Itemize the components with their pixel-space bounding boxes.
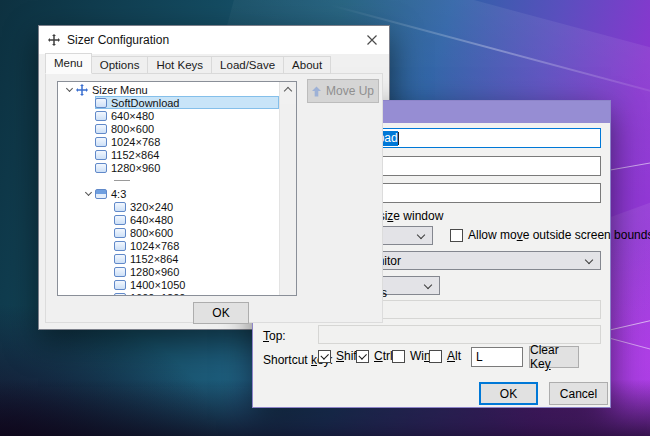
tree-indent [58, 252, 114, 265]
dialog-cancel-button[interactable]: Cancel [549, 382, 608, 405]
tree-item[interactable]: 1152×864 [58, 148, 279, 161]
tree-item-label: Sizer Menu [92, 84, 148, 96]
close-icon[interactable] [364, 32, 380, 48]
allow-move-label: Allow move outside screen bounds [468, 228, 650, 242]
modifier-shift[interactable]: Shift [318, 349, 360, 363]
tree-item-label: 320×240 [130, 201, 173, 213]
tree-item[interactable]: 640×480 [58, 213, 279, 226]
sizer-menu-tree[interactable]: Sizer MenuSoftDownload640×480800×6001024… [57, 81, 297, 296]
win-icon [95, 124, 107, 134]
tree-item[interactable]: 4:3 [58, 187, 279, 200]
tree-item[interactable]: 1024×768 [58, 239, 279, 252]
tree-item[interactable]: 800×600 [58, 226, 279, 239]
checkbox-icon [450, 229, 463, 242]
tab-about[interactable]: About [283, 56, 331, 74]
tab-menu[interactable]: Menu [45, 53, 92, 74]
tree-item[interactable]: Sizer Menu [58, 83, 279, 96]
tree-item-label: 640×480 [130, 214, 173, 226]
tree-indent [58, 291, 114, 296]
expander-icon[interactable] [66, 85, 73, 92]
tree-item-label: 1024×768 [111, 136, 160, 148]
tab-load-save[interactable]: Load/Save [211, 56, 284, 74]
win-icon [95, 98, 107, 108]
modifier-win[interactable]: Win [392, 349, 431, 363]
modifier-ctrl[interactable]: Ctrl [356, 349, 393, 363]
tree-indent [58, 278, 114, 291]
move-up-button[interactable]: Move Up [307, 79, 379, 103]
config-ok-label: OK [212, 306, 229, 320]
shortcut-key-value: L [476, 350, 483, 364]
win-icon [114, 215, 126, 225]
tree-indent [58, 148, 95, 161]
win-icon [95, 111, 107, 121]
move-up-icon [312, 86, 321, 97]
tree-item-label: 1024×768 [130, 240, 179, 252]
tree-item[interactable]: 1152×864 [58, 252, 279, 265]
tree-item[interactable]: 1280×960 [58, 161, 279, 174]
tree-indent [58, 122, 95, 135]
desktop-wallpaper: Sizer Configuration MenuOptionsHot KeysL… [0, 0, 650, 436]
top-input[interactable] [318, 325, 601, 344]
tree-separator [58, 174, 279, 187]
win-icon [114, 228, 126, 238]
allow-move-checkbox[interactable]: Allow move outside screen bounds [450, 228, 650, 242]
win-icon [114, 293, 126, 297]
tree-item-label: 1280×960 [130, 266, 179, 278]
tree-item[interactable]: 1600×1200 [58, 291, 279, 296]
tree-item-label: 800×600 [111, 123, 154, 135]
dialog-ok-button[interactable]: OK [479, 382, 538, 405]
tree-indent [58, 83, 76, 96]
tree-item[interactable]: SoftDownload [58, 96, 279, 109]
tree-item-label: 1600×1200 [130, 292, 185, 297]
clear-key-button[interactable]: Clear Key [529, 346, 579, 368]
tree-indent [58, 265, 114, 278]
tree-item-label: 640×480 [111, 110, 154, 122]
win-icon [114, 202, 126, 212]
win-icon [114, 241, 126, 251]
win-icon [95, 163, 107, 173]
checkbox-icon [356, 350, 369, 363]
dialog-ok-label: OK [500, 387, 517, 401]
tree-scrollbar[interactable] [279, 82, 296, 295]
config-titlebar[interactable]: Sizer Configuration [39, 26, 389, 54]
win-icon [114, 280, 126, 290]
top-label: Top: [263, 329, 286, 343]
tree-item-label: 1152×864 [130, 253, 178, 265]
tree-item[interactable]: 1024×768 [58, 135, 279, 148]
tree-item[interactable]: 800×600 [58, 122, 279, 135]
modifier-label: Ctrl [374, 349, 393, 363]
tree-indent [58, 96, 95, 109]
win-icon [114, 254, 126, 264]
expander-icon[interactable] [85, 189, 92, 196]
sizer-icon [76, 84, 88, 96]
tab-hot-keys[interactable]: Hot Keys [147, 56, 212, 74]
clear-key-label: Clear Key [530, 343, 578, 371]
tab-options[interactable]: Options [91, 56, 149, 74]
tree-indent [58, 213, 114, 226]
shortcut-key-input[interactable]: L [471, 347, 523, 367]
tab-bar: MenuOptionsHot KeysLoad/SaveAbout [45, 56, 330, 74]
checkbox-icon [318, 350, 331, 363]
tree-item-label: 1152×864 [111, 149, 159, 161]
tree-item[interactable]: 320×240 [58, 200, 279, 213]
modifier-label: Win [410, 349, 431, 363]
scroll-up-icon[interactable] [280, 88, 296, 104]
tree-item-label: 4:3 [111, 188, 126, 200]
tree-indent [58, 239, 114, 252]
tree-item[interactable]: 1280×960 [58, 265, 279, 278]
config-ok-button[interactable]: OK [193, 302, 249, 324]
tree-item[interactable]: 1400×1050 [58, 278, 279, 291]
tree-indent [58, 187, 95, 200]
config-window-title: Sizer Configuration [67, 33, 169, 47]
modifier-alt[interactable]: Alt [429, 349, 461, 363]
menu-tab-page: Sizer MenuSoftDownload640×480800×6001024… [45, 73, 383, 323]
tree-indent [58, 135, 95, 148]
dialog-cancel-label: Cancel [560, 387, 597, 401]
tree-item-label: SoftDownload [111, 97, 180, 109]
win-icon [114, 267, 126, 277]
tree-item[interactable]: 640×480 [58, 109, 279, 122]
tree-indent [58, 200, 114, 213]
tree-item-label: 800×600 [130, 227, 173, 239]
tree-indent [58, 109, 95, 122]
tree-item-label: 1280×960 [111, 162, 160, 174]
